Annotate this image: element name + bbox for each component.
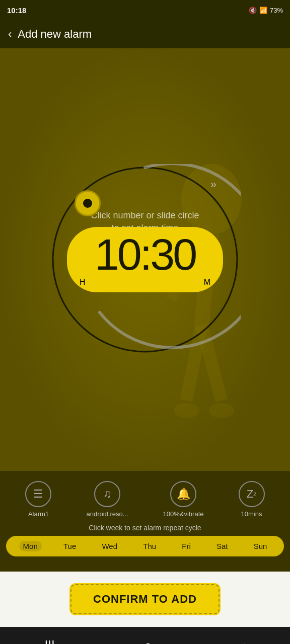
snooze-setting[interactable]: Zz 10mins [239, 481, 265, 518]
time-display[interactable]: 10:30 H M [67, 227, 223, 292]
status-bar: 10:18 🔇 📶 73% [0, 0, 290, 20]
alarm-name-label: Alarm1 [28, 510, 49, 518]
day-mon[interactable]: Mon [19, 541, 42, 551]
ringtone-label: android.reso... [86, 510, 128, 518]
ringtone-icon[interactable]: ♫ [94, 481, 120, 507]
svg-point-6 [174, 403, 199, 418]
minutes-display[interactable]: 30 [150, 229, 195, 279]
clock-handle[interactable] [75, 190, 101, 216]
volume-label: 100%&vibrate [163, 510, 204, 518]
status-icons: 🔇 📶 73% [249, 7, 283, 14]
week-row[interactable]: Mon Tue Wed Thu Fri Sat Sun [6, 536, 284, 556]
confirm-button[interactable]: CONFIRM TO ADD [69, 583, 221, 615]
minutes-label: M [204, 278, 210, 287]
day-thu[interactable]: Thu [139, 541, 160, 551]
nav-recent-icon[interactable]: ||| [45, 638, 55, 645]
alarm-name-icon[interactable]: ☰ [25, 481, 51, 507]
nav-bar: ||| ○ ‹ [0, 627, 290, 644]
svg-point-7 [209, 403, 234, 418]
confirm-area: CONFIRM TO ADD [0, 572, 290, 627]
snooze-label: 10mins [241, 510, 262, 518]
week-instruction: Click week to set alarm repeat cycle [0, 524, 290, 532]
time-labels: H M [80, 278, 210, 287]
settings-icons-row: ☰ Alarm1 ♫ android.reso... 🔔 100%&vibrat… [0, 471, 290, 522]
mute-icon: 🔇 [249, 7, 257, 14]
day-sun[interactable]: Sun [250, 541, 271, 551]
clock-handle-dot [83, 199, 92, 208]
status-time: 10:18 [7, 6, 26, 15]
hours-label: H [80, 278, 86, 287]
volume-icon[interactable]: 🔔 [170, 481, 196, 507]
back-button[interactable]: ‹ [8, 28, 12, 41]
snooze-icon[interactable]: Zz [239, 481, 265, 507]
page-title: Add new alarm [18, 28, 92, 41]
hours-display[interactable]: 10 [95, 229, 140, 279]
volume-setting[interactable]: 🔔 100%&vibrate [163, 481, 204, 518]
time-value[interactable]: 10:30 [95, 232, 195, 277]
app-header: ‹ Add new alarm [0, 20, 290, 48]
alarm-name-setting[interactable]: ☰ Alarm1 [25, 481, 51, 518]
day-fri[interactable]: Fri [178, 541, 195, 551]
clock-arrows: » [210, 178, 216, 191]
wifi-icon: 📶 [259, 7, 267, 14]
day-sat[interactable]: Sat [212, 541, 232, 551]
time-separator: : [140, 229, 150, 279]
clock-circle-container[interactable]: » Click number or slide circle to set al… [49, 164, 241, 355]
battery-text: 73% [270, 7, 283, 14]
day-tue[interactable]: Tue [59, 541, 80, 551]
nav-back-icon[interactable]: ‹ [241, 638, 246, 645]
settings-area: ☰ Alarm1 ♫ android.reso... 🔔 100%&vibrat… [0, 471, 290, 572]
day-wed[interactable]: Wed [98, 541, 121, 551]
nav-home-icon[interactable]: ○ [144, 638, 152, 645]
ringtone-setting[interactable]: ♫ android.reso... [86, 481, 128, 518]
clock-area: » Click number or slide circle to set al… [0, 48, 290, 471]
